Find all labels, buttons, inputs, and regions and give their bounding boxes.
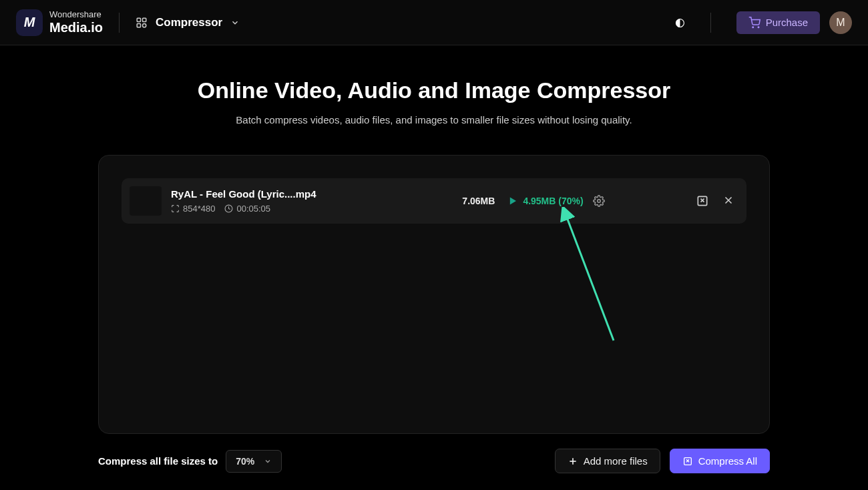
chevron-down-icon	[230, 18, 240, 27]
app-header: M Wondershare Media.io Compressor ◐ Purc…	[0, 0, 868, 45]
svg-rect-2	[137, 23, 140, 27]
avatar[interactable]: M	[829, 11, 852, 34]
percent-value: 70%	[236, 456, 254, 467]
file-thumbnail[interactable]	[130, 186, 162, 216]
svg-point-4	[752, 27, 754, 28]
remove-file-button[interactable]	[722, 194, 734, 208]
percent-select[interactable]: 70%	[226, 450, 282, 473]
compress-size-label: Compress all file sizes to	[98, 455, 218, 467]
compress-all-button[interactable]: Compress All	[670, 449, 770, 473]
logo-mark-icon: M	[16, 9, 43, 36]
close-icon	[722, 194, 734, 206]
purchase-label: Purchase	[766, 17, 808, 28]
settings-button[interactable]	[593, 195, 605, 207]
cart-icon	[748, 17, 761, 29]
divider	[710, 13, 711, 33]
compress-icon	[696, 194, 709, 208]
logo-text: Wondershare Media.io	[49, 10, 103, 34]
page-title: Online Video, Audio and Image Compressor	[0, 77, 868, 103]
file-meta: RyAL - Feel Good (Lyric....mp4 854*480 0…	[171, 188, 371, 214]
compress-size-control: Compress all file sizes to 70%	[98, 450, 282, 473]
theme-toggle[interactable]: ◐	[675, 15, 685, 29]
svg-rect-0	[137, 18, 140, 21]
plus-icon	[568, 456, 578, 467]
file-size-info: 7.06MB 4.95MB (70%)	[381, 195, 686, 207]
apps-icon	[136, 17, 148, 29]
purchase-button[interactable]: Purchase	[736, 11, 820, 34]
compress-icon	[682, 456, 693, 467]
bottom-bar: Compress all file sizes to 70% Add more …	[98, 449, 770, 473]
avatar-initial: M	[836, 17, 845, 29]
file-row: RyAL - Feel Good (Lyric....mp4 854*480 0…	[122, 178, 746, 224]
main-content: Online Video, Audio and Image Compressor…	[0, 45, 868, 473]
size-before: 7.06MB	[462, 196, 495, 206]
svg-point-3	[143, 23, 146, 27]
compress-single-button[interactable]	[696, 194, 709, 208]
size-after: 4.95MB (70%)	[523, 196, 583, 206]
add-more-files-button[interactable]: Add more files	[555, 449, 660, 473]
logo-brand: Wondershare	[49, 10, 103, 19]
row-actions	[696, 194, 734, 208]
fullscreen-icon	[171, 204, 180, 213]
compress-all-label: Compress All	[698, 455, 757, 467]
header-right: ◐ Purchase M	[675, 11, 852, 34]
file-duration: 00:05:05	[224, 204, 270, 214]
files-panel: RyAL - Feel Good (Lyric....mp4 854*480 0…	[98, 155, 770, 434]
divider	[119, 13, 120, 33]
add-more-label: Add more files	[584, 455, 648, 467]
half-moon-icon: ◐	[675, 16, 685, 29]
gear-icon	[593, 195, 605, 207]
chevron-down-icon	[264, 457, 272, 465]
action-buttons: Add more files Compress All	[555, 449, 770, 473]
file-resolution: 854*480	[171, 204, 215, 214]
svg-point-5	[758, 27, 759, 28]
page-subtitle: Batch compress videos, audio files, and …	[0, 114, 868, 126]
logo[interactable]: M Wondershare Media.io	[16, 9, 103, 36]
clock-icon	[224, 204, 233, 213]
file-name: RyAL - Feel Good (Lyric....mp4	[171, 188, 371, 200]
tool-label: Compressor	[156, 16, 222, 29]
arrow-right-icon	[501, 196, 516, 206]
tool-selector[interactable]: Compressor	[136, 16, 240, 29]
logo-product: Media.io	[49, 20, 103, 35]
svg-rect-1	[143, 18, 146, 21]
svg-point-7	[597, 200, 600, 203]
